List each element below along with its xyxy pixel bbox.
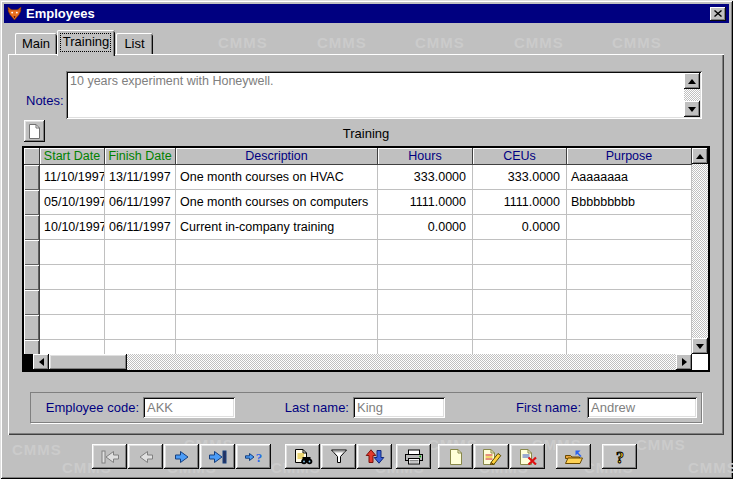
title-bar: Employees xyxy=(4,4,729,23)
tab-training[interactable]: Training xyxy=(57,30,115,56)
tab-main[interactable]: Main xyxy=(15,33,57,55)
tab-list[interactable]: List xyxy=(116,33,153,55)
previous-record-icon xyxy=(136,450,156,464)
notes-scrollbar[interactable] xyxy=(684,73,700,117)
select-all-header xyxy=(24,148,40,165)
grid-cell xyxy=(105,315,176,340)
new-record-button[interactable] xyxy=(438,444,473,469)
notes-editbox[interactable]: 10 years experiment with Honeywell. xyxy=(66,71,702,119)
grid-cell[interactable]: Current in-company training xyxy=(176,215,378,240)
grid-cell[interactable]: 05/10/1997 xyxy=(40,190,105,215)
column-header-purpose: Purpose xyxy=(567,148,692,165)
next-record-button[interactable] xyxy=(164,444,199,469)
grid-cell[interactable]: 1111.0000 xyxy=(473,190,567,215)
grid-header-row: Start DateFinish DateDescriptionHoursCEU… xyxy=(24,148,692,165)
goto-record-icon: ? xyxy=(244,450,264,464)
new-record-icon xyxy=(449,449,463,465)
scroll-left-button[interactable] xyxy=(33,354,49,370)
grid-size-box xyxy=(692,354,708,370)
grid-cell[interactable]: One month courses on HVAC xyxy=(176,165,378,190)
row-selector xyxy=(24,315,40,340)
grid-cell xyxy=(473,265,567,290)
employee-code-input[interactable]: AKK xyxy=(143,397,235,418)
delete-record-button[interactable] xyxy=(510,444,545,469)
grid-cell xyxy=(378,315,473,340)
grid-cell[interactable]: 06/11/1997 xyxy=(105,190,176,215)
grid-cell[interactable]: 06/11/1997 xyxy=(105,215,176,240)
first-record-button[interactable] xyxy=(92,444,127,469)
grid-cell[interactable] xyxy=(567,215,692,240)
grid-cell xyxy=(105,340,176,354)
row-selector[interactable] xyxy=(24,190,40,215)
column-header-description: Description xyxy=(176,148,378,165)
previous-record-button[interactable] xyxy=(128,444,163,469)
grid-cell[interactable]: 333.0000 xyxy=(473,165,567,190)
row-selector[interactable] xyxy=(24,165,40,190)
first-name-label: First name: xyxy=(501,400,581,415)
table-row xyxy=(24,265,692,290)
grid-cell[interactable]: 1111.0000 xyxy=(378,190,473,215)
svg-text:?: ? xyxy=(255,450,262,464)
row-selector[interactable] xyxy=(24,215,40,240)
grid-vscrollbar[interactable] xyxy=(692,148,708,354)
grid-cell xyxy=(40,340,105,354)
grid-cell xyxy=(176,315,378,340)
scroll-up-button[interactable] xyxy=(684,73,700,89)
grid-cell[interactable]: 10/10/1997 xyxy=(40,215,105,240)
watermark-text: CMMS xyxy=(317,34,367,51)
locate-button[interactable] xyxy=(285,444,320,469)
table-row xyxy=(24,290,692,315)
scroll-right-button[interactable] xyxy=(676,354,692,370)
tab-training-label: Training xyxy=(63,34,109,49)
tab-main-label: Main xyxy=(22,36,50,51)
grid-cell xyxy=(567,265,692,290)
print-button[interactable] xyxy=(396,444,431,469)
first-name-value: Andrew xyxy=(591,400,635,415)
last-name-input[interactable]: King xyxy=(353,397,445,418)
column-header-start-date: Start Date xyxy=(40,148,105,165)
last-record-button[interactable] xyxy=(200,444,235,469)
sort-button[interactable] xyxy=(357,444,392,469)
close-x-icon xyxy=(714,10,722,17)
grid-cell[interactable]: 0.0000 xyxy=(378,215,473,240)
table-row: 11/10/199713/11/1997One month courses on… xyxy=(24,165,692,190)
first-name-input[interactable]: Andrew xyxy=(587,397,697,418)
scroll-down-button[interactable] xyxy=(684,101,700,117)
watermark-text: CMMS xyxy=(514,34,564,51)
close-button[interactable] xyxy=(556,444,591,469)
grid-cell[interactable]: Bbbbbbbbb xyxy=(567,190,692,215)
next-record-icon xyxy=(172,450,192,464)
hscroll-thumb[interactable] xyxy=(49,354,127,370)
grid-cell xyxy=(105,290,176,315)
column-header-finish-date: Finish Date xyxy=(105,148,176,165)
scroll-down-button[interactable] xyxy=(692,338,708,354)
last-name-value: King xyxy=(357,400,383,415)
grid-hscrollbar[interactable] xyxy=(24,354,692,370)
grid-cell[interactable]: Aaaaaaaa xyxy=(567,165,692,190)
grid-cell[interactable]: 333.0000 xyxy=(378,165,473,190)
scroll-up-button[interactable] xyxy=(692,148,708,164)
grid-cell xyxy=(473,340,567,354)
grid-cell[interactable]: 0.0000 xyxy=(473,215,567,240)
grid-cell[interactable]: 13/11/1997 xyxy=(105,165,176,190)
grid-cell xyxy=(473,240,567,265)
grid-cell xyxy=(105,240,176,265)
grid-cell[interactable]: 11/10/1997 xyxy=(40,165,105,190)
filter-button[interactable] xyxy=(321,444,356,469)
goto-record-button[interactable]: ? xyxy=(236,444,271,469)
help-button[interactable]: ? xyxy=(602,444,637,469)
grid-cell xyxy=(40,315,105,340)
close-icon xyxy=(564,449,584,465)
grid-cell xyxy=(567,290,692,315)
watermark-text: CMMS xyxy=(688,459,733,476)
table-row xyxy=(24,315,692,340)
row-selector xyxy=(24,265,40,290)
close-button[interactable] xyxy=(710,7,726,21)
grid-cell xyxy=(40,290,105,315)
edit-record-button[interactable] xyxy=(474,444,509,469)
grid-cell[interactable]: One month courses on computers xyxy=(176,190,378,215)
last-record-icon xyxy=(208,450,228,464)
grid-cell xyxy=(176,240,378,265)
grid-cell xyxy=(105,265,176,290)
grid-cell xyxy=(176,265,378,290)
